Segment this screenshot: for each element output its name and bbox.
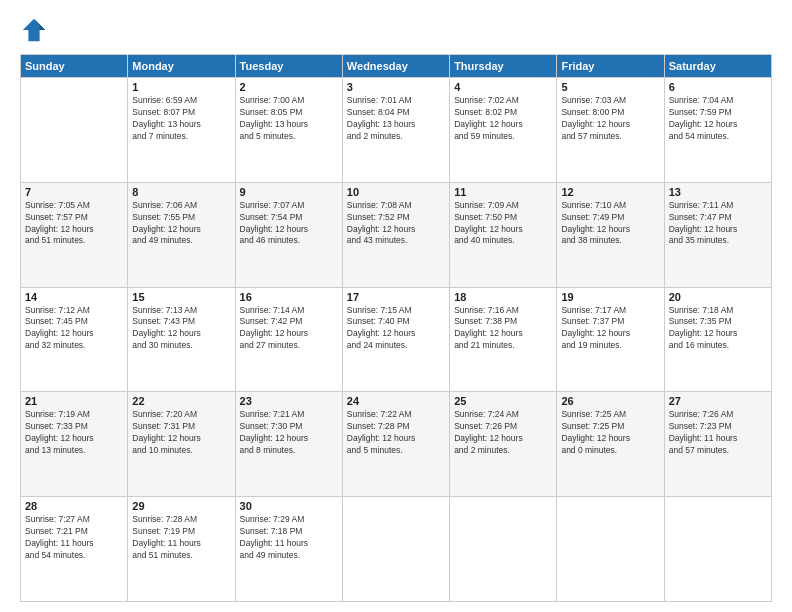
- day-info: Sunrise: 7:03 AM Sunset: 8:00 PM Dayligh…: [561, 95, 659, 143]
- day-number: 23: [240, 395, 338, 407]
- calendar-cell: 10Sunrise: 7:08 AM Sunset: 7:52 PM Dayli…: [342, 182, 449, 287]
- calendar-cell: 2Sunrise: 7:00 AM Sunset: 8:05 PM Daylig…: [235, 78, 342, 183]
- day-number: 14: [25, 291, 123, 303]
- calendar-cell: 15Sunrise: 7:13 AM Sunset: 7:43 PM Dayli…: [128, 287, 235, 392]
- calendar-table: SundayMondayTuesdayWednesdayThursdayFrid…: [20, 54, 772, 602]
- day-number: 26: [561, 395, 659, 407]
- day-info: Sunrise: 7:00 AM Sunset: 8:05 PM Dayligh…: [240, 95, 338, 143]
- day-info: Sunrise: 7:21 AM Sunset: 7:30 PM Dayligh…: [240, 409, 338, 457]
- calendar-cell: 24Sunrise: 7:22 AM Sunset: 7:28 PM Dayli…: [342, 392, 449, 497]
- header: [20, 16, 772, 44]
- day-info: Sunrise: 7:13 AM Sunset: 7:43 PM Dayligh…: [132, 305, 230, 353]
- calendar-cell: 19Sunrise: 7:17 AM Sunset: 7:37 PM Dayli…: [557, 287, 664, 392]
- day-info: Sunrise: 7:01 AM Sunset: 8:04 PM Dayligh…: [347, 95, 445, 143]
- day-number: 16: [240, 291, 338, 303]
- day-info: Sunrise: 7:27 AM Sunset: 7:21 PM Dayligh…: [25, 514, 123, 562]
- day-number: 15: [132, 291, 230, 303]
- calendar-cell: 29Sunrise: 7:28 AM Sunset: 7:19 PM Dayli…: [128, 497, 235, 602]
- day-info: Sunrise: 7:10 AM Sunset: 7:49 PM Dayligh…: [561, 200, 659, 248]
- weekday-header-tuesday: Tuesday: [235, 55, 342, 78]
- calendar-cell: [342, 497, 449, 602]
- week-row-2: 7Sunrise: 7:05 AM Sunset: 7:57 PM Daylig…: [21, 182, 772, 287]
- day-info: Sunrise: 7:06 AM Sunset: 7:55 PM Dayligh…: [132, 200, 230, 248]
- calendar-cell: 18Sunrise: 7:16 AM Sunset: 7:38 PM Dayli…: [450, 287, 557, 392]
- weekday-header-friday: Friday: [557, 55, 664, 78]
- day-info: Sunrise: 7:22 AM Sunset: 7:28 PM Dayligh…: [347, 409, 445, 457]
- calendar-cell: [557, 497, 664, 602]
- weekday-header-thursday: Thursday: [450, 55, 557, 78]
- calendar-cell: 17Sunrise: 7:15 AM Sunset: 7:40 PM Dayli…: [342, 287, 449, 392]
- day-info: Sunrise: 7:02 AM Sunset: 8:02 PM Dayligh…: [454, 95, 552, 143]
- day-number: 29: [132, 500, 230, 512]
- day-number: 22: [132, 395, 230, 407]
- day-info: Sunrise: 7:15 AM Sunset: 7:40 PM Dayligh…: [347, 305, 445, 353]
- week-row-5: 28Sunrise: 7:27 AM Sunset: 7:21 PM Dayli…: [21, 497, 772, 602]
- day-info: Sunrise: 7:08 AM Sunset: 7:52 PM Dayligh…: [347, 200, 445, 248]
- day-number: 12: [561, 186, 659, 198]
- day-number: 9: [240, 186, 338, 198]
- day-number: 4: [454, 81, 552, 93]
- weekday-header-saturday: Saturday: [664, 55, 771, 78]
- logo: [20, 16, 52, 44]
- calendar-cell: 1Sunrise: 6:59 AM Sunset: 8:07 PM Daylig…: [128, 78, 235, 183]
- day-info: Sunrise: 7:04 AM Sunset: 7:59 PM Dayligh…: [669, 95, 767, 143]
- calendar-cell: [450, 497, 557, 602]
- day-number: 19: [561, 291, 659, 303]
- day-info: Sunrise: 7:24 AM Sunset: 7:26 PM Dayligh…: [454, 409, 552, 457]
- day-info: Sunrise: 7:20 AM Sunset: 7:31 PM Dayligh…: [132, 409, 230, 457]
- calendar-cell: 6Sunrise: 7:04 AM Sunset: 7:59 PM Daylig…: [664, 78, 771, 183]
- calendar-cell: [21, 78, 128, 183]
- calendar-cell: [664, 497, 771, 602]
- calendar-cell: 11Sunrise: 7:09 AM Sunset: 7:50 PM Dayli…: [450, 182, 557, 287]
- calendar-cell: 22Sunrise: 7:20 AM Sunset: 7:31 PM Dayli…: [128, 392, 235, 497]
- day-number: 18: [454, 291, 552, 303]
- day-number: 5: [561, 81, 659, 93]
- weekday-header-monday: Monday: [128, 55, 235, 78]
- calendar-cell: 20Sunrise: 7:18 AM Sunset: 7:35 PM Dayli…: [664, 287, 771, 392]
- day-number: 28: [25, 500, 123, 512]
- day-info: Sunrise: 7:29 AM Sunset: 7:18 PM Dayligh…: [240, 514, 338, 562]
- day-number: 27: [669, 395, 767, 407]
- day-number: 11: [454, 186, 552, 198]
- day-info: Sunrise: 7:16 AM Sunset: 7:38 PM Dayligh…: [454, 305, 552, 353]
- day-number: 21: [25, 395, 123, 407]
- calendar-cell: 25Sunrise: 7:24 AM Sunset: 7:26 PM Dayli…: [450, 392, 557, 497]
- day-info: Sunrise: 7:17 AM Sunset: 7:37 PM Dayligh…: [561, 305, 659, 353]
- calendar-cell: 30Sunrise: 7:29 AM Sunset: 7:18 PM Dayli…: [235, 497, 342, 602]
- week-row-4: 21Sunrise: 7:19 AM Sunset: 7:33 PM Dayli…: [21, 392, 772, 497]
- day-info: Sunrise: 7:19 AM Sunset: 7:33 PM Dayligh…: [25, 409, 123, 457]
- calendar-cell: 13Sunrise: 7:11 AM Sunset: 7:47 PM Dayli…: [664, 182, 771, 287]
- calendar-cell: 21Sunrise: 7:19 AM Sunset: 7:33 PM Dayli…: [21, 392, 128, 497]
- day-info: Sunrise: 7:18 AM Sunset: 7:35 PM Dayligh…: [669, 305, 767, 353]
- calendar-cell: 9Sunrise: 7:07 AM Sunset: 7:54 PM Daylig…: [235, 182, 342, 287]
- calendar-cell: 16Sunrise: 7:14 AM Sunset: 7:42 PM Dayli…: [235, 287, 342, 392]
- day-info: Sunrise: 7:14 AM Sunset: 7:42 PM Dayligh…: [240, 305, 338, 353]
- day-number: 1: [132, 81, 230, 93]
- day-info: Sunrise: 7:28 AM Sunset: 7:19 PM Dayligh…: [132, 514, 230, 562]
- day-info: Sunrise: 7:12 AM Sunset: 7:45 PM Dayligh…: [25, 305, 123, 353]
- weekday-header-row: SundayMondayTuesdayWednesdayThursdayFrid…: [21, 55, 772, 78]
- day-info: Sunrise: 7:11 AM Sunset: 7:47 PM Dayligh…: [669, 200, 767, 248]
- day-number: 13: [669, 186, 767, 198]
- day-number: 2: [240, 81, 338, 93]
- day-number: 24: [347, 395, 445, 407]
- calendar-cell: 12Sunrise: 7:10 AM Sunset: 7:49 PM Dayli…: [557, 182, 664, 287]
- calendar-cell: 3Sunrise: 7:01 AM Sunset: 8:04 PM Daylig…: [342, 78, 449, 183]
- day-number: 7: [25, 186, 123, 198]
- weekday-header-wednesday: Wednesday: [342, 55, 449, 78]
- day-number: 6: [669, 81, 767, 93]
- calendar-cell: 27Sunrise: 7:26 AM Sunset: 7:23 PM Dayli…: [664, 392, 771, 497]
- day-info: Sunrise: 7:26 AM Sunset: 7:23 PM Dayligh…: [669, 409, 767, 457]
- calendar-cell: 23Sunrise: 7:21 AM Sunset: 7:30 PM Dayli…: [235, 392, 342, 497]
- logo-icon: [20, 16, 48, 44]
- day-info: Sunrise: 6:59 AM Sunset: 8:07 PM Dayligh…: [132, 95, 230, 143]
- day-number: 10: [347, 186, 445, 198]
- calendar-cell: 14Sunrise: 7:12 AM Sunset: 7:45 PM Dayli…: [21, 287, 128, 392]
- day-info: Sunrise: 7:09 AM Sunset: 7:50 PM Dayligh…: [454, 200, 552, 248]
- day-info: Sunrise: 7:07 AM Sunset: 7:54 PM Dayligh…: [240, 200, 338, 248]
- day-info: Sunrise: 7:25 AM Sunset: 7:25 PM Dayligh…: [561, 409, 659, 457]
- day-info: Sunrise: 7:05 AM Sunset: 7:57 PM Dayligh…: [25, 200, 123, 248]
- calendar-cell: 28Sunrise: 7:27 AM Sunset: 7:21 PM Dayli…: [21, 497, 128, 602]
- day-number: 17: [347, 291, 445, 303]
- page: SundayMondayTuesdayWednesdayThursdayFrid…: [0, 0, 792, 612]
